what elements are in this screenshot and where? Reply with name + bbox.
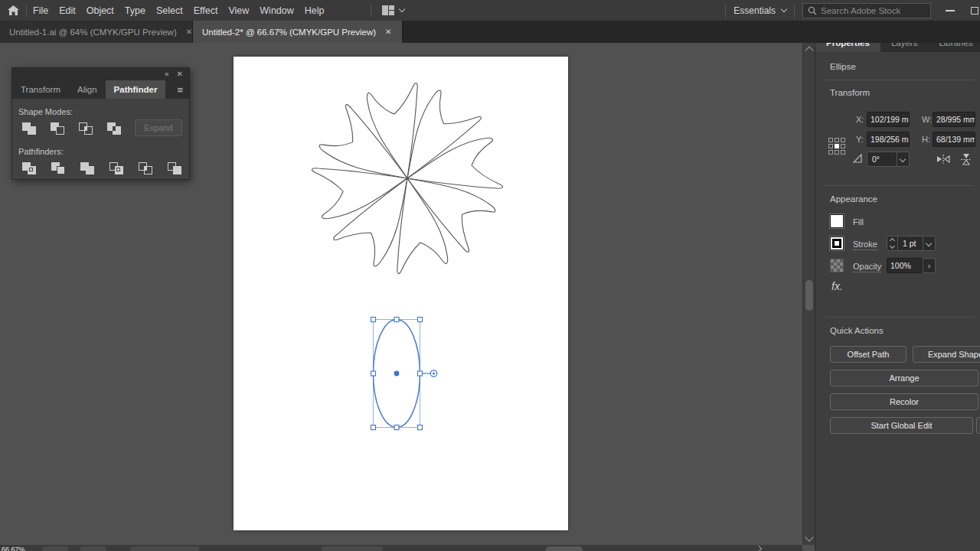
divider: [825, 317, 975, 318]
fill-label[interactable]: Fill: [853, 217, 864, 227]
menu-type[interactable]: Type: [125, 5, 145, 16]
flip-horizontal-icon[interactable]: [936, 153, 950, 165]
scroll-right-icon[interactable]: [756, 546, 762, 551]
merge-button[interactable]: [77, 159, 98, 178]
h-field[interactable]: 68/139 mm: [933, 132, 975, 147]
adobe-stock-search[interactable]: [802, 3, 931, 18]
rotate-angle-dropdown[interactable]: 0°: [867, 152, 910, 167]
collapse-panel-icon[interactable]: «: [165, 70, 169, 78]
divide-button[interactable]: [18, 159, 40, 178]
stroke-weight-stepper[interactable]: [887, 236, 898, 250]
tab-untitled-1[interactable]: Untitled-1.ai @ 64% (CMYK/GPU Preview) ✕: [0, 21, 193, 43]
offset-path-button[interactable]: Offset Path: [830, 346, 906, 363]
arrange-documents-button[interactable]: [382, 5, 404, 15]
workspace-switcher[interactable]: Essentials: [733, 5, 786, 16]
status-bar-item[interactable]: [80, 546, 106, 551]
opacity-field[interactable]: 100%: [887, 258, 923, 273]
menu-file[interactable]: File: [33, 5, 48, 16]
opacity-swatch[interactable]: [830, 259, 844, 272]
scroll-down-icon[interactable]: [805, 533, 813, 541]
tab-transform[interactable]: Transform: [12, 80, 69, 99]
trim-button[interactable]: [47, 159, 69, 178]
fx-button[interactable]: fx.: [831, 280, 843, 292]
menu-effect[interactable]: Effect: [194, 5, 218, 16]
arrange-documents-icon: [382, 5, 394, 15]
unite-button[interactable]: [18, 119, 40, 138]
unite-icon: [22, 122, 36, 135]
exclude-icon: [107, 122, 121, 135]
divider: [371, 5, 371, 17]
document-tab-bar: Untitled-1.ai @ 64% (CMYK/GPU Preview) ✕…: [0, 21, 980, 43]
menu-object[interactable]: Object: [87, 5, 114, 16]
workspace-label: Essentials: [733, 5, 776, 16]
outline-button[interactable]: [135, 159, 156, 178]
status-zoom-level[interactable]: 66.67%: [2, 546, 25, 551]
dropdown-button[interactable]: [897, 152, 909, 166]
home-icon[interactable]: [0, 0, 26, 21]
x-label: X:: [856, 115, 864, 124]
minimize-button[interactable]: [939, 2, 962, 18]
crop-button[interactable]: [106, 159, 127, 178]
tab-label: Untitled-2* @ 66.67% (CMYK/GPU Preview): [202, 28, 376, 37]
vertical-scrollbar-thumb[interactable]: [805, 280, 813, 311]
status-bar-item[interactable]: [42, 546, 68, 551]
opacity-label[interactable]: Opacity: [853, 262, 881, 272]
reference-point-locator[interactable]: [828, 138, 847, 156]
menu-window[interactable]: Window: [260, 5, 293, 16]
divider: [825, 80, 975, 80]
close-icon[interactable]: ✕: [186, 28, 192, 36]
crop-icon: [109, 162, 123, 174]
x-field[interactable]: 102/199 mm: [867, 112, 910, 127]
menu-edit[interactable]: Edit: [59, 5, 76, 16]
minus-front-button[interactable]: [47, 119, 68, 138]
app-bar: File Edit Object Type Select Effect View…: [0, 0, 980, 21]
stroke-swatch[interactable]: [830, 236, 844, 250]
properties-panel: Properties Layers Libraries Ellipse Tran…: [815, 21, 980, 551]
vertical-scrollbar[interactable]: [802, 43, 815, 545]
artboard[interactable]: [234, 57, 568, 530]
recolor-button[interactable]: Recolor: [830, 393, 978, 410]
menu-view[interactable]: View: [228, 5, 249, 16]
scroll-up-icon[interactable]: [805, 46, 813, 54]
trim-icon: [51, 162, 65, 174]
artwork-layer: [234, 57, 568, 530]
opacity-options-button[interactable]: ›: [923, 258, 936, 273]
status-bar-item[interactable]: [130, 546, 199, 551]
divider: [794, 5, 795, 17]
tab-untitled-2[interactable]: Untitled-2* @ 66.67% (CMYK/GPU Preview) …: [193, 21, 403, 43]
search-icon: [808, 6, 817, 15]
global-edit-options-button[interactable]: [976, 417, 980, 434]
w-field[interactable]: 28/995 mm: [933, 112, 975, 127]
exclude-button[interactable]: [103, 119, 125, 138]
expand-shape-button[interactable]: Expand Shape: [913, 346, 980, 363]
search-input[interactable]: [821, 6, 913, 15]
menu-select[interactable]: Select: [156, 5, 183, 16]
stroke-weight-control[interactable]: 1 pt: [887, 236, 936, 251]
expand-button[interactable]: Expand: [135, 119, 182, 136]
w-label: W:: [922, 115, 932, 124]
angle-value: 0°: [867, 155, 884, 164]
menu-bar: File Edit Object Type Select Effect View…: [33, 5, 325, 16]
selection-center-point[interactable]: [394, 371, 400, 377]
flip-vertical-icon[interactable]: [959, 153, 973, 165]
panel-menu-icon[interactable]: ≡: [177, 84, 183, 96]
intersect-button[interactable]: [75, 119, 96, 138]
maximize-button[interactable]: [969, 2, 980, 18]
fill-swatch[interactable]: [830, 214, 844, 228]
y-field[interactable]: 198/256 mm: [867, 132, 910, 147]
tab-align[interactable]: Align: [69, 80, 106, 99]
horizontal-scrollbar-thumb[interactable]: [546, 546, 583, 551]
shape-widget-dot: [433, 372, 435, 374]
menu-help[interactable]: Help: [305, 5, 325, 16]
stroke-label[interactable]: Stroke: [853, 240, 877, 250]
pathfinder-panel-tabs: Transform Align Pathfinder ≡: [12, 80, 189, 99]
minus-back-button[interactable]: [164, 159, 185, 178]
flower-shape[interactable]: [312, 83, 503, 274]
stroke-weight-dropdown[interactable]: [923, 236, 935, 250]
close-icon[interactable]: ✕: [385, 28, 391, 36]
status-bar-item[interactable]: [322, 546, 383, 551]
tab-pathfinder[interactable]: Pathfinder: [106, 80, 166, 99]
close-icon[interactable]: ✕: [177, 70, 183, 78]
arrange-button[interactable]: Arrange: [830, 370, 978, 386]
start-global-edit-button[interactable]: Start Global Edit: [830, 417, 973, 434]
